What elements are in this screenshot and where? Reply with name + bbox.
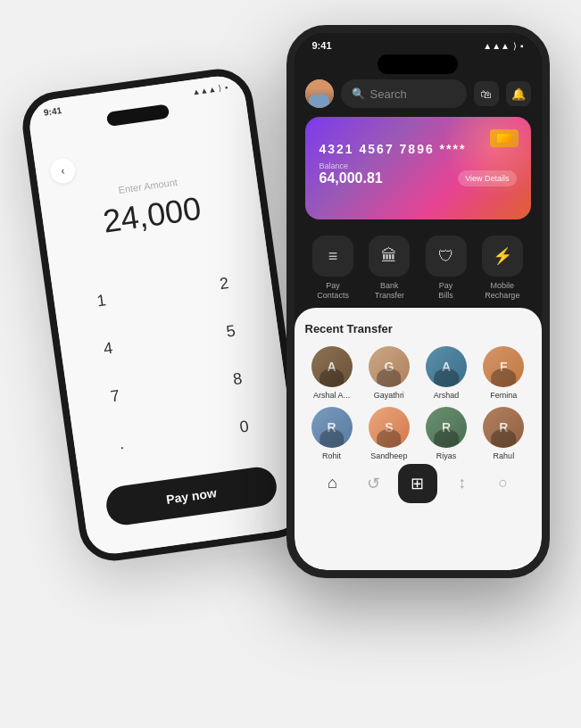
contact-name-arshad: Arshad <box>434 391 460 400</box>
numpad-dot[interactable]: . <box>95 424 147 464</box>
bottom-nav: ⌂ ↺ ⊞ ↕ ○ <box>305 460 531 507</box>
contact-name-gayathri: Gayathri <box>374 391 404 400</box>
profile-icon: ○ <box>498 474 508 492</box>
contact-avatar-rahul: R <box>483 407 524 448</box>
numpad-8[interactable]: 8 <box>212 360 263 400</box>
contact-avatar-arshal: A <box>311 346 353 387</box>
search-right-icons: 🛍 🔔 <box>474 81 531 106</box>
action-bank-transfer[interactable]: 🏛 BankTransfer <box>369 236 410 301</box>
front-status-bar: 9:41 ▲▲▲ ⟩ ▪ <box>295 33 542 54</box>
transfer-icon: ↕ <box>458 474 466 492</box>
contact-name-femina: Femina <box>490 391 517 400</box>
nav-history[interactable]: ↺ <box>357 467 389 500</box>
contact-name-rohit: Rohit <box>322 451 341 460</box>
search-input[interactable]: 🔍 Search <box>341 79 467 108</box>
action-mobile-recharge[interactable]: ⚡ MobileRecharge <box>482 236 523 301</box>
contacts-grid: A Arshal A... G Gayathri A <box>305 346 531 460</box>
action-pay-contacts[interactable]: ≡ PayContacts <box>312 236 353 301</box>
search-icon: 🔍 <box>352 87 365 100</box>
enter-amount-label: Enter Amount <box>117 177 178 195</box>
front-time: 9:41 <box>312 40 332 51</box>
amount-display: 24,000 <box>100 190 203 241</box>
pay-bills-label: PayBills <box>438 281 453 301</box>
card-balance-row: 64,000.81 View Details <box>320 170 517 186</box>
bag-icon[interactable]: 🛍 <box>474 81 499 106</box>
front-status-icons: ▲▲▲ ⟩ ▪ <box>483 41 523 51</box>
back-time: 9:41 <box>43 105 62 118</box>
nav-profile[interactable]: ○ <box>487 467 519 500</box>
contact-name-sandheep: Sandheep <box>370 451 407 460</box>
nav-scan-button[interactable]: ⊞ <box>398 464 437 503</box>
pay-contacts-label: PayContacts <box>317 281 349 301</box>
numpad-4[interactable]: 4 <box>82 328 134 368</box>
numpad-1[interactable]: 1 <box>75 281 127 321</box>
nav-transfer[interactable]: ↕ <box>446 467 478 500</box>
numpad: 1 2 4 5 7 8 . 0 <box>64 247 281 481</box>
user-avatar[interactable] <box>305 79 334 108</box>
recent-section: Recent Transfer A Arshal A... G Gayathri <box>295 308 542 570</box>
card-chip <box>490 129 519 147</box>
contact-avatar-femina: F <box>483 346 524 387</box>
contact-riyas[interactable]: R Riyas <box>419 407 473 460</box>
contact-avatar-riyas: R <box>426 407 467 448</box>
back-phone: 9:41 ▲▲▲ ⟩ ▪ ‹ Enter Amount 24,000 1 2 <box>18 64 313 565</box>
contact-rohit[interactable]: R Rohit <box>305 407 359 460</box>
front-dynamic-island <box>378 54 458 74</box>
contact-avatar-gayathri: G <box>369 346 410 387</box>
contact-arshad[interactable]: A Arshad <box>419 346 473 400</box>
contact-avatar-rohit: R <box>311 407 353 448</box>
numpad-5[interactable]: 5 <box>204 311 256 352</box>
contact-avatar-sandheep: S <box>369 407 410 448</box>
bank-transfer-label: BankTransfer <box>375 281 404 301</box>
pay-contacts-icon: ≡ <box>312 236 353 277</box>
nav-home[interactable]: ⌂ <box>316 467 348 500</box>
contact-arshal[interactable]: A Arshal A... <box>305 346 359 400</box>
numpad-empty-1 <box>137 272 188 312</box>
mobile-recharge-icon: ⚡ <box>482 236 523 277</box>
contact-sandheep[interactable]: S Sandheep <box>362 407 416 460</box>
search-placeholder: Search <box>370 87 407 101</box>
scan-icon: ⊞ <box>411 474 424 493</box>
pay-bills-icon: 🛡 <box>426 236 467 277</box>
front-phone: 9:41 ▲▲▲ ⟩ ▪ 🔍 Search <box>286 25 550 578</box>
back-content: ‹ Enter Amount 24,000 1 2 4 5 7 8 . 0 <box>31 114 305 557</box>
mobile-recharge-label: MobileRecharge <box>485 281 519 301</box>
numpad-empty-2 <box>143 320 195 360</box>
card-chip-area <box>490 129 519 147</box>
numpad-2[interactable]: 2 <box>198 264 250 304</box>
phones-container: 9:41 ▲▲▲ ⟩ ▪ ‹ Enter Amount 24,000 1 2 <box>32 25 550 703</box>
contact-gayathri[interactable]: G Gayathri <box>362 346 416 400</box>
view-details-button[interactable]: View Details <box>458 170 516 186</box>
contact-rahul[interactable]: R Rahul <box>477 407 530 460</box>
contact-name-arshal: Arshal A... <box>313 391 350 400</box>
bank-transfer-icon: 🏛 <box>369 236 410 277</box>
search-bar: 🔍 Search 🛍 🔔 <box>295 79 542 108</box>
contact-femina[interactable]: F Femina <box>477 346 530 400</box>
contact-avatar-arshad: A <box>426 346 467 387</box>
action-pay-bills[interactable]: 🛡 PayBills <box>426 236 467 301</box>
contact-name-rahul: Rahul <box>494 451 515 460</box>
back-status-icons: ▲▲▲ ⟩ ▪ <box>191 82 228 95</box>
recent-title: Recent Transfer <box>305 322 531 335</box>
balance-amount: 64,000.81 <box>320 170 383 186</box>
numpad-7[interactable]: 7 <box>88 376 140 417</box>
numpad-0[interactable]: 0 <box>218 407 270 447</box>
numpad-empty-3 <box>150 368 202 408</box>
card-section: 4321 4567 7896 **** Balance 64,000.81 Vi… <box>295 117 542 228</box>
bell-icon[interactable]: 🔔 <box>506 81 531 106</box>
avatar-image <box>305 79 334 108</box>
history-icon: ↺ <box>367 474 380 493</box>
numpad-empty-4 <box>156 416 208 456</box>
credit-card[interactable]: 4321 4567 7896 **** Balance 64,000.81 Vi… <box>305 117 531 219</box>
contact-name-riyas: Riyas <box>436 451 457 460</box>
back-button[interactable]: ‹ <box>48 157 77 186</box>
quick-actions: ≡ PayContacts 🏛 BankTransfer 🛡 PayBills … <box>295 228 542 308</box>
home-icon: ⌂ <box>328 474 337 492</box>
